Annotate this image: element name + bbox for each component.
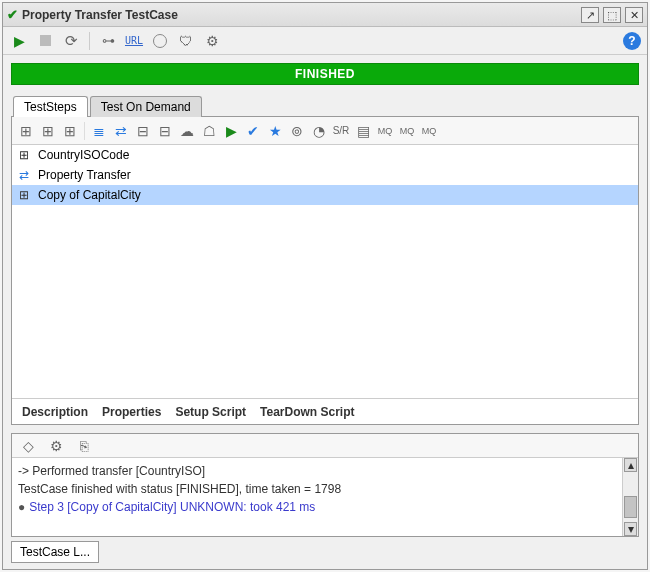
run-button[interactable]: ▶ (9, 31, 29, 51)
close-button[interactable]: ✕ (625, 7, 643, 23)
jdbc-request-icon[interactable]: ☁ (177, 121, 197, 141)
step-row[interactable]: Property Transfer (12, 165, 638, 185)
content-area: TestSteps Test On Demand ⊞ ⊞ ⊞ ≣ ⇄ ⊟ ⊟ ☁… (11, 95, 639, 425)
subtab-description[interactable]: Description (22, 405, 88, 419)
property-transfer-icon[interactable]: ⇄ (111, 121, 131, 141)
help-button[interactable]: ? (623, 32, 641, 50)
tabs-row: TestSteps Test On Demand (11, 95, 639, 116)
sub-tabs: Description Properties Setup Script Tear… (12, 398, 638, 424)
mq-step-alt-icon[interactable]: MQ (397, 121, 417, 141)
amf-request-icon[interactable]: ▤ (353, 121, 373, 141)
status-bar: FINISHED (11, 63, 639, 85)
footer-tabs: TestCase L... (11, 541, 639, 563)
mock-response-icon[interactable]: ◔ (309, 121, 329, 141)
subtab-properties[interactable]: Properties (102, 405, 161, 419)
window-title: Property Transfer TestCase (22, 8, 577, 22)
coverage-button[interactable] (150, 31, 170, 51)
soap-step-icon (16, 148, 32, 162)
security-button[interactable]: 🛡 (176, 31, 196, 51)
data-source-icon[interactable]: ⊟ (133, 121, 153, 141)
step-row[interactable]: CountryISOCode (12, 145, 638, 165)
loop-button[interactable]: ⟳ (61, 31, 81, 51)
delay-icon[interactable]: ⊚ (287, 121, 307, 141)
data-sink-icon[interactable]: ⊟ (155, 121, 175, 141)
toolbar-separator (89, 32, 90, 50)
log-text: Step 3 [Copy of CapitalCity] UNKNOWN: to… (29, 500, 315, 514)
step-list: CountryISOCode Property Transfer Copy of… (12, 145, 638, 398)
mq-step-alt2-icon[interactable]: MQ (419, 121, 439, 141)
clear-log-icon[interactable]: ◇ (18, 436, 38, 456)
log-options-icon[interactable]: ⚙ (46, 436, 66, 456)
credentials-button[interactable]: ⊶ (98, 31, 118, 51)
export-log-icon[interactable]: ⎘ (74, 436, 94, 456)
subtab-setup-script[interactable]: Setup Script (175, 405, 246, 419)
log-line: -> Performed transfer [CountryISO] (18, 462, 632, 480)
teststeps-pane: ⊞ ⊞ ⊞ ≣ ⇄ ⊟ ⊟ ☁ ☖ ▶ ✔ ★ ⊚ ◔ S/R ▤ MQ MQ … (11, 116, 639, 425)
detach-button[interactable]: ↗ (581, 7, 599, 23)
maximize-button[interactable]: ⬚ (603, 7, 621, 23)
manual-step-icon[interactable]: S/R (331, 121, 351, 141)
bullet-icon: ● (18, 500, 25, 514)
step-label: CountryISOCode (38, 148, 129, 162)
titlebar: ✔ Property Transfer TestCase ↗ ⬚ ✕ (3, 3, 647, 27)
rest-request-icon[interactable]: ⊞ (38, 121, 58, 141)
tab-label: TestSteps (24, 100, 77, 114)
soap-request-icon[interactable]: ⊞ (16, 121, 36, 141)
scroll-up-icon[interactable]: ▴ (624, 458, 637, 472)
scroll-down-icon[interactable]: ▾ (624, 522, 637, 536)
step-label: Property Transfer (38, 168, 131, 182)
log-line: TestCase finished with status [FINISHED]… (18, 480, 632, 498)
main-toolbar: ▶ ⟳ ⊶ URL 🛡 ⚙ ? (3, 27, 647, 55)
run-testcase-icon[interactable]: ▶ (221, 121, 241, 141)
teststep-toolbar: ⊞ ⊞ ⊞ ≣ ⇄ ⊟ ⊟ ☁ ☖ ▶ ✔ ★ ⊚ ◔ S/R ▤ MQ MQ … (12, 117, 638, 145)
groovy-script-icon[interactable]: ✔ (243, 121, 263, 141)
log-pane: ◇ ⚙ ⎘ -> Performed transfer [CountryISO]… (11, 433, 639, 537)
status-check-icon: ✔ (7, 7, 18, 22)
log-scrollbar[interactable]: ▴ ▾ (622, 458, 638, 536)
assertion-icon[interactable]: ★ (265, 121, 285, 141)
subtab-teardown-script[interactable]: TearDown Script (260, 405, 354, 419)
properties-step-icon[interactable]: ≣ (89, 121, 109, 141)
step-label: Copy of CapitalCity (38, 188, 141, 202)
testcase-log-tab[interactable]: TestCase L... (11, 541, 99, 563)
tab-test-on-demand[interactable]: Test On Demand (90, 96, 202, 117)
mq-step-icon[interactable]: MQ (375, 121, 395, 141)
step-row[interactable]: Copy of CapitalCity (12, 185, 638, 205)
log-line[interactable]: ●Step 3 [Copy of CapitalCity] UNKNOWN: t… (18, 498, 632, 516)
log-toolbar: ◇ ⚙ ⎘ (12, 434, 638, 458)
transfer-step-icon (16, 168, 32, 182)
status-wrap: FINISHED (3, 55, 647, 93)
endpoint-button[interactable]: URL (124, 31, 144, 51)
scroll-thumb[interactable] (624, 496, 637, 518)
http-request-icon[interactable]: ⊞ (60, 121, 80, 141)
stop-button[interactable] (35, 31, 55, 51)
tab-teststeps[interactable]: TestSteps (13, 96, 88, 117)
conditional-goto-icon[interactable]: ☖ (199, 121, 219, 141)
status-label: FINISHED (295, 67, 355, 81)
testcase-window: ✔ Property Transfer TestCase ↗ ⬚ ✕ ▶ ⟳ ⊶… (2, 2, 648, 570)
toolbar-separator (84, 122, 85, 140)
tab-label: Test On Demand (101, 100, 191, 114)
options-button[interactable]: ⚙ (202, 31, 222, 51)
soap-step-icon (16, 188, 32, 202)
log-body: -> Performed transfer [CountryISO] TestC… (12, 458, 638, 536)
